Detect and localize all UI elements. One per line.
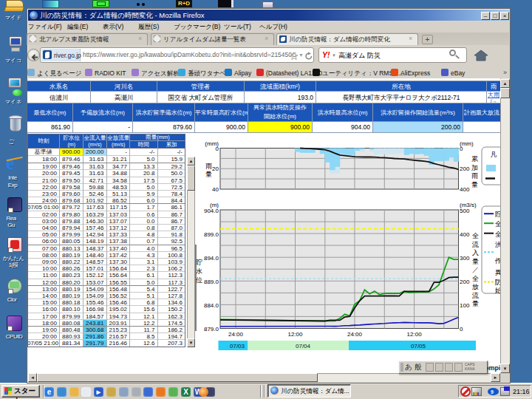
svg-text:40: 40	[212, 186, 219, 193]
svg-text:量: 量	[205, 171, 212, 178]
svg-text:水: 水	[196, 267, 202, 275]
svg-text:量: 量	[471, 181, 478, 188]
svg-text:0: 0	[216, 146, 219, 152]
svg-text:24:00: 24:00	[347, 331, 363, 338]
svg-text:量: 量	[472, 258, 479, 265]
svg-text:300: 300	[460, 255, 470, 262]
svg-text:894.0: 894.0	[204, 255, 219, 262]
svg-text:12:00: 12:00	[407, 331, 423, 338]
svg-text:流: 流	[471, 241, 479, 248]
svg-text:200: 200	[460, 166, 470, 172]
svg-text:400: 400	[460, 231, 470, 238]
svg-text:899.0: 899.0	[204, 231, 219, 238]
svg-text:20: 20	[212, 166, 219, 172]
svg-text:889.0: 889.0	[204, 279, 219, 285]
svg-text:累: 累	[471, 155, 478, 163]
svg-text:500: 500	[460, 208, 470, 214]
svg-text:07/03: 07/03	[230, 343, 245, 349]
svg-text:24:00: 24:00	[228, 331, 244, 338]
svg-text:入: 入	[472, 249, 479, 256]
svg-text:07/05: 07/05	[411, 343, 426, 349]
svg-text:07/04: 07/04	[296, 343, 311, 349]
svg-text:200: 200	[460, 279, 470, 285]
svg-text:全: 全	[472, 232, 479, 239]
svg-text:位: 位	[196, 276, 202, 284]
svg-text:879.0: 879.0	[204, 326, 219, 332]
svg-text:100: 100	[460, 302, 470, 309]
svg-text:凡: 凡	[491, 151, 497, 158]
svg-text:400: 400	[460, 186, 470, 193]
svg-text:0: 0	[460, 326, 463, 332]
svg-text:流: 流	[471, 292, 479, 299]
svg-text:雨: 雨	[205, 163, 212, 170]
svg-text:放: 放	[472, 283, 479, 290]
svg-text:12:00: 12:00	[287, 331, 303, 338]
svg-text:加: 加	[471, 164, 478, 171]
svg-text:雨: 雨	[471, 172, 478, 180]
svg-text:904.0: 904.0	[204, 208, 219, 214]
svg-text:量: 量	[472, 300, 479, 307]
svg-text:全: 全	[472, 275, 479, 282]
svg-text:／: ／	[472, 266, 479, 273]
svg-text:884.0: 884.0	[204, 302, 219, 309]
svg-text:0: 0	[460, 146, 463, 152]
